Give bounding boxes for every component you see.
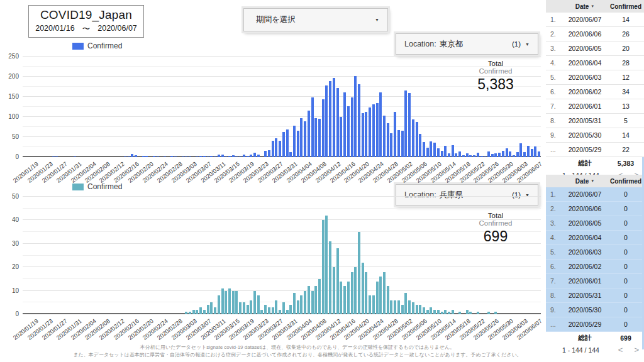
location-filter-value: 東京都: [440, 39, 464, 50]
bar-day-91: [351, 97, 353, 157]
bar-day-76: [297, 131, 299, 157]
row-index: 9.: [546, 306, 562, 314]
report-date-range: 2020/01/16 〜 2020/06/07: [35, 24, 137, 35]
disclaimer-line-1: 本分析に用いたデータセットsignate covid-19 datasetは、現…: [0, 344, 595, 351]
bar-day-127: [480, 156, 483, 157]
sort-desc-icon: ▼: [591, 4, 594, 8]
bar-day-117: [444, 310, 447, 314]
date-cell: 2020/05/29: [569, 146, 602, 153]
bar-day-81: [314, 286, 317, 314]
date-cell: 2020/06/03: [569, 248, 602, 256]
legend-hyogo-chart: Confirmed: [72, 182, 122, 191]
bar-day-50: [203, 310, 206, 314]
bar-day-110: [419, 134, 421, 157]
row-index: 6.: [546, 88, 562, 96]
table-row: ...2020/05/290: [546, 317, 644, 332]
row-index: 6.: [546, 263, 562, 270]
bar-day-113: [430, 307, 432, 314]
bar-day-121: [458, 312, 461, 314]
date-cell: 2020/06/06: [569, 205, 602, 212]
bar-day-9: [55, 156, 58, 157]
legend-swatch-teal: [72, 184, 84, 190]
bar-day-52: [210, 302, 213, 314]
date-cell: 2020/06/02: [569, 88, 602, 96]
bar-day-71: [279, 310, 281, 314]
bar-day-107: [408, 93, 411, 157]
date-cell: 2020/05/30: [569, 131, 602, 139]
bar-day-45: [185, 312, 187, 314]
bar-day-61: [243, 302, 245, 314]
gridline: [23, 126, 541, 127]
bar-day-142: [534, 146, 536, 157]
bar-day-44: [182, 156, 184, 157]
y-axis-tick-label: 100: [1, 113, 19, 120]
bar-day-116: [441, 312, 443, 314]
bar-day-51: [207, 305, 209, 314]
bar-day-105: [401, 305, 404, 314]
bar-day-100: [383, 116, 386, 157]
row-index: 2.: [546, 30, 562, 38]
bar-day-98: [376, 103, 379, 157]
bar-day-89: [343, 92, 346, 157]
bar-day-62: [247, 305, 249, 314]
location-filter-tokyo[interactable]: Location: 東京都 (1) ▼: [396, 33, 538, 55]
bar-day-59: [235, 156, 238, 157]
bar-day-141: [531, 149, 533, 157]
bar-day-78: [304, 121, 306, 157]
confirmed-cell: 0: [624, 263, 628, 270]
bar-day-128: [484, 156, 486, 157]
bar-day-112: [426, 310, 429, 314]
bar-day-118: [448, 153, 450, 157]
confirmed-cell: 0: [624, 277, 628, 285]
bar-day-50: [203, 156, 206, 157]
grand-total-value: 5,383: [618, 160, 634, 167]
date-column-header[interactable]: Date ▼: [575, 178, 595, 185]
bar-day-83: [322, 220, 325, 314]
y-axis-tick-label: 10: [1, 287, 19, 294]
row-index: ...: [546, 321, 562, 328]
bar-day-64: [253, 153, 256, 157]
bar-day-131: [494, 153, 497, 157]
confirmed-cell: 0: [624, 292, 628, 299]
bar-day-46: [189, 156, 191, 157]
next-page-button[interactable]: >: [634, 346, 639, 354]
gridline: [23, 106, 541, 107]
date-cell: 2020/06/07: [569, 190, 602, 198]
bar-day-64: [253, 291, 256, 314]
bar-day-88: [340, 282, 342, 314]
prev-page-button[interactable]: <: [618, 346, 623, 354]
disclaimer-line-2: また、本データセットは基本的に厚労省・自治体等の報道における症例データに基づいて…: [0, 351, 595, 359]
bar-day-37: [157, 156, 159, 157]
bar-day-136: [513, 155, 515, 157]
total-metric-label: Confirmed: [461, 219, 530, 227]
bar-day-98: [376, 282, 379, 314]
bar-day-60: [239, 302, 242, 314]
bar-day-68: [268, 307, 270, 314]
bar-day-106: [404, 293, 407, 314]
bar-day-112: [426, 148, 429, 157]
row-index: 5.: [546, 74, 562, 81]
bar-day-124: [469, 155, 472, 157]
bar-day-87: [336, 248, 339, 314]
bar-day-67: [264, 151, 267, 157]
bar-day-55: [221, 288, 224, 314]
confirmed-column-header[interactable]: Confirmed: [610, 3, 641, 10]
gridline: [23, 56, 541, 57]
table-body: 1.2020/06/0702.2020/06/0603.2020/06/0504…: [546, 187, 644, 332]
table-row: 3.2020/06/0520: [546, 41, 644, 56]
y-axis-tick-label: 0: [1, 310, 19, 317]
report-title: COVID19_Japan: [40, 8, 132, 22]
period-select-dropdown[interactable]: 期間を選択 ▼: [243, 8, 388, 31]
bar-day-94: [362, 113, 364, 157]
table-row: 8.2020/05/310: [546, 288, 644, 303]
table-header-row: Date ▼ Confirmed: [546, 0, 644, 13]
date-column-header[interactable]: Date ▼: [575, 3, 595, 10]
date-cell: 2020/06/05: [569, 45, 602, 52]
bar-day-121: [458, 151, 461, 157]
bar-day-70: [275, 300, 277, 314]
bar-day-85: [329, 241, 331, 314]
bar-day-102: [390, 133, 392, 157]
confirmed-cell: 0: [624, 306, 628, 314]
date-cell: 2020/06/07: [569, 16, 602, 23]
confirmed-column-header[interactable]: Confirmed: [610, 178, 641, 185]
